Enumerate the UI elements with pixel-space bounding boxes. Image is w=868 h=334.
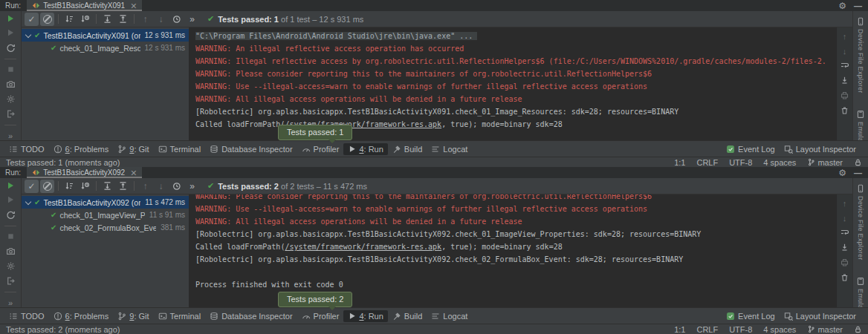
show-ignored-button[interactable] bbox=[40, 13, 54, 26]
rerun-failed-tests-button[interactable] bbox=[5, 28, 16, 37]
show-passed-button[interactable]: ✓ bbox=[25, 180, 39, 193]
next-occurrence-button[interactable]: ↓ bbox=[154, 180, 168, 193]
gear-icon[interactable]: ⚙ bbox=[838, 2, 846, 10]
close-tab-icon[interactable]: ✕ bbox=[130, 169, 137, 177]
test-tree-row[interactable]: ✔check_02_FormulaBox_Event381 ms bbox=[22, 221, 189, 234]
previous-occurrence-button[interactable]: ↑ bbox=[138, 180, 152, 193]
more-toolbar-actions-icon[interactable]: » bbox=[185, 13, 199, 26]
bottom-bar-item-database-inspector[interactable]: Database Inspector bbox=[205, 143, 297, 155]
previous-occurrence-button[interactable]: ↑ bbox=[138, 13, 152, 26]
minimize-icon[interactable]: — bbox=[854, 170, 862, 176]
scroll-to-end-icon[interactable] bbox=[840, 76, 849, 85]
bottom-bar-item-todo[interactable]: TODO bbox=[4, 310, 49, 322]
run-tab[interactable]: TestB1BasicActivityX092 ✕ bbox=[27, 167, 142, 178]
screenshot-icon[interactable] bbox=[5, 246, 16, 256]
toggle-auto-test-icon[interactable] bbox=[5, 43, 16, 53]
status-file-encoding[interactable]: UTF-8 bbox=[729, 325, 752, 334]
screenshot-icon[interactable] bbox=[5, 79, 16, 89]
sort-alphabetically-button[interactable] bbox=[62, 13, 77, 26]
show-ignored-button[interactable] bbox=[40, 180, 54, 193]
bottom-bar-item-layout-inspector[interactable]: Layout Inspector bbox=[780, 143, 861, 155]
toggle-auto-test-icon[interactable] bbox=[5, 210, 16, 220]
bottom-bar-item-problems[interactable]: 6: Problems bbox=[49, 310, 114, 322]
status-caret-position[interactable]: 1:1 bbox=[674, 158, 685, 167]
sort-by-duration-button[interactable] bbox=[78, 180, 92, 193]
bottom-bar-item-database-inspector[interactable]: Database Inspector bbox=[205, 310, 297, 322]
print-icon[interactable] bbox=[840, 258, 849, 267]
test-tree-row[interactable]: ✔check_01_ImageView_Properties11 s 91 ms bbox=[22, 209, 189, 221]
bottom-bar-item-git[interactable]: 9: Git bbox=[113, 143, 153, 155]
exit-icon[interactable] bbox=[5, 109, 16, 119]
sort-by-duration-button[interactable] bbox=[78, 13, 92, 26]
console-file-link[interactable]: /system/framework/framework-res.apk bbox=[285, 243, 441, 251]
console-panel[interactable]: "C:\Program Files\Android\Android Studio… bbox=[189, 27, 836, 140]
rerun-button[interactable] bbox=[5, 14, 16, 23]
up-stacktrace-icon[interactable]: ↑ bbox=[840, 198, 849, 208]
test-tree-row[interactable]: ✔TestB1BasicActivityX092 (org.aplas.basi… bbox=[22, 196, 189, 209]
bottom-bar-item-problems[interactable]: 6: Problems bbox=[49, 143, 114, 155]
stop-button[interactable] bbox=[5, 232, 16, 241]
bottom-bar-item-terminal[interactable]: Terminal bbox=[154, 310, 206, 322]
status-git-branch[interactable]: master bbox=[807, 158, 843, 167]
clear-console-icon[interactable] bbox=[840, 105, 849, 115]
chevron-down-icon[interactable] bbox=[25, 31, 31, 37]
down-stacktrace-icon[interactable]: ↓ bbox=[840, 46, 849, 56]
test-tree-row[interactable]: ✔check_01_Image_Resources12 s 931 ms bbox=[22, 42, 189, 54]
status-indent-style[interactable]: 4 spaces bbox=[763, 325, 796, 334]
bottom-bar-item-build[interactable]: Build bbox=[388, 143, 427, 155]
minimize-icon[interactable]: — bbox=[854, 3, 862, 9]
print-icon[interactable] bbox=[840, 91, 849, 100]
status-file-encoding[interactable]: UTF-8 bbox=[729, 158, 752, 167]
sort-alphabetically-button[interactable] bbox=[62, 180, 77, 193]
gear-icon[interactable]: ⚙ bbox=[838, 169, 846, 177]
run-tab[interactable]: TestB1BasicActivityX091 ✕ bbox=[27, 0, 142, 11]
bottom-bar-item-event-log[interactable]: Event Log bbox=[722, 143, 780, 155]
exit-icon[interactable] bbox=[5, 276, 16, 286]
more-toolbar-actions-icon[interactable]: » bbox=[185, 180, 199, 193]
test-history-button[interactable] bbox=[169, 180, 184, 193]
collapse-all-button[interactable] bbox=[116, 180, 130, 193]
stripe-button-device-file-explorer[interactable]: Device File Explorer bbox=[856, 184, 865, 261]
bottom-bar-item-run[interactable]: 4: Run bbox=[343, 310, 387, 322]
bottom-bar-item-run[interactable]: 4: Run bbox=[343, 143, 387, 155]
bottom-bar-item-profiler[interactable]: Profiler bbox=[297, 310, 344, 322]
bottom-bar-item-profiler[interactable]: Profiler bbox=[297, 143, 344, 155]
rerun-button[interactable] bbox=[5, 181, 16, 190]
settings-icon[interactable] bbox=[5, 94, 16, 104]
bottom-bar-item-terminal[interactable]: Terminal bbox=[154, 143, 206, 155]
console-panel[interactable]: WARNING: Please consider reporting this … bbox=[189, 194, 836, 307]
show-passed-button[interactable]: ✓ bbox=[25, 13, 39, 26]
test-tree-row[interactable]: ✔TestB1BasicActivityX091 (org.aplas.basi… bbox=[22, 29, 189, 42]
next-occurrence-button[interactable]: ↓ bbox=[154, 13, 168, 26]
expand-all-button[interactable] bbox=[100, 13, 114, 26]
settings-icon[interactable] bbox=[5, 261, 16, 271]
more-actions-icon[interactable]: » bbox=[5, 131, 16, 140]
status-line-separator[interactable]: CRLF bbox=[696, 325, 718, 334]
status-caret-position[interactable]: 1:1 bbox=[674, 325, 685, 334]
bottom-bar-item-event-log[interactable]: Event Log bbox=[722, 310, 780, 322]
chevron-down-icon[interactable] bbox=[25, 198, 31, 204]
stop-button[interactable] bbox=[5, 65, 16, 74]
scroll-to-end-icon[interactable] bbox=[840, 243, 849, 252]
lock-icon[interactable] bbox=[854, 158, 862, 166]
lock-icon[interactable] bbox=[854, 325, 862, 333]
more-actions-icon[interactable]: » bbox=[5, 298, 16, 307]
collapse-all-button[interactable] bbox=[116, 13, 130, 26]
status-git-branch[interactable]: master bbox=[807, 325, 843, 334]
clear-console-icon[interactable] bbox=[840, 272, 849, 282]
bottom-bar-item-logcat[interactable]: Logcat bbox=[427, 143, 472, 155]
bottom-bar-item-todo[interactable]: TODO bbox=[4, 143, 49, 155]
close-tab-icon[interactable]: ✕ bbox=[130, 2, 137, 10]
bottom-bar-item-logcat[interactable]: Logcat bbox=[427, 310, 472, 322]
rerun-failed-tests-button[interactable] bbox=[5, 195, 16, 204]
up-stacktrace-icon[interactable]: ↑ bbox=[840, 31, 849, 41]
test-history-button[interactable] bbox=[169, 13, 184, 26]
bottom-bar-item-git[interactable]: 9: Git bbox=[113, 310, 153, 322]
expand-all-button[interactable] bbox=[100, 180, 114, 193]
down-stacktrace-icon[interactable]: ↓ bbox=[840, 213, 849, 223]
bottom-bar-item-layout-inspector[interactable]: Layout Inspector bbox=[780, 310, 861, 322]
soft-wrap-icon[interactable] bbox=[840, 228, 849, 238]
bottom-bar-item-build[interactable]: Build bbox=[388, 310, 427, 322]
soft-wrap-icon[interactable] bbox=[840, 61, 849, 71]
stripe-button-device-file-explorer[interactable]: Device File Explorer bbox=[856, 17, 865, 94]
